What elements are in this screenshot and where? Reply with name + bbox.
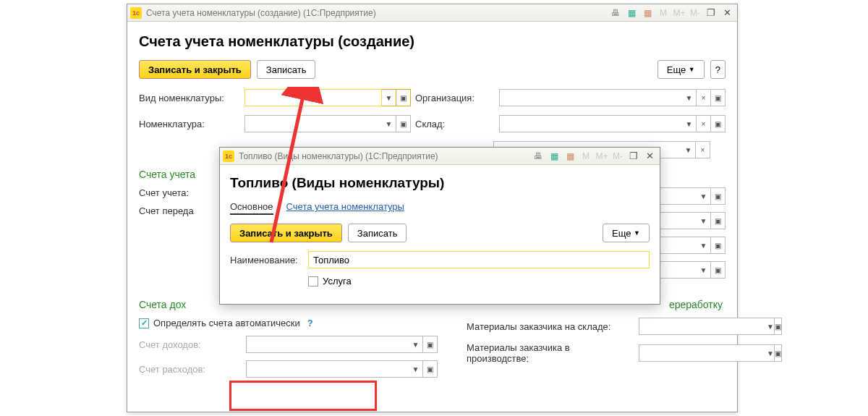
- dropdown-icon[interactable]: ▼: [697, 187, 711, 205]
- popup-save-close-button[interactable]: Записать и закрыть: [230, 224, 342, 242]
- popup-titlebar: 1c Топливо (Виды номенклатуры) (1С:Предп…: [220, 148, 660, 165]
- mminus-icon[interactable]: M-: [688, 7, 702, 20]
- page-title: Счета учета номенклатуры (создание): [139, 33, 726, 50]
- help-icon[interactable]: ?: [307, 318, 313, 328]
- income-acct-input[interactable]: ▼▣: [246, 336, 438, 353]
- main-titlebar: 1c Счета учета номенклатуры (создание) (…: [127, 4, 737, 22]
- popup-window: 1c Топливо (Виды номенклатуры) (1С:Предп…: [219, 147, 660, 305]
- clear-icon[interactable]: ×: [696, 141, 710, 158]
- print-icon[interactable]: 🖶: [531, 150, 545, 163]
- dropdown-icon[interactable]: ▼: [767, 344, 775, 362]
- open-icon[interactable]: ▣: [711, 89, 726, 106]
- m-icon[interactable]: M: [656, 7, 671, 20]
- tab-accounts[interactable]: Счета учета номенклатуры: [286, 201, 404, 215]
- warehouse-input[interactable]: ▼ × ▣: [499, 115, 726, 132]
- main-toolbar: Записать и закрыть Записать Еще ▼ ?: [139, 60, 726, 79]
- main-window-title: Счета учета номенклатуры (создание) (1С:…: [146, 8, 608, 18]
- dropdown-icon[interactable]: ▼: [409, 360, 423, 378]
- popup-window-title: Топливо (Виды номенклатуры) (1С:Предприя…: [239, 151, 531, 161]
- print-icon[interactable]: 🖶: [608, 7, 623, 20]
- help-button[interactable]: ?: [710, 60, 726, 79]
- mplus-icon[interactable]: M+: [595, 150, 609, 163]
- open-icon[interactable]: ▣: [711, 212, 726, 229]
- open-icon[interactable]: ▣: [711, 261, 726, 279]
- logo-1c-icon: 1c: [130, 7, 142, 19]
- mplus-icon[interactable]: M+: [672, 7, 686, 20]
- dropdown-icon[interactable]: ▼: [382, 115, 396, 132]
- close-icon[interactable]: ✕: [720, 7, 734, 20]
- chevron-down-icon: ▼: [634, 229, 640, 237]
- popup-page-title: Топливо (Виды номенклатуры): [230, 175, 650, 191]
- logo-1c-icon: 1c: [223, 150, 234, 162]
- save-button[interactable]: Записать: [257, 60, 316, 79]
- restore-icon[interactable]: ❐: [704, 7, 718, 20]
- popup-more-label: Еще: [612, 228, 631, 239]
- dropdown-icon[interactable]: ▼: [682, 89, 697, 106]
- chevron-down-icon: ▼: [689, 66, 695, 73]
- dropdown-icon[interactable]: ▼: [697, 237, 711, 254]
- open-icon[interactable]: ▣: [423, 360, 438, 378]
- expense-acct-label: Счет расходов:: [139, 364, 240, 375]
- mminus-icon[interactable]: M-: [610, 150, 625, 163]
- dropdown-icon[interactable]: ▼: [409, 336, 423, 353]
- calc-icon[interactable]: ▦: [547, 150, 561, 163]
- clear-icon[interactable]: ×: [697, 115, 711, 132]
- name-field[interactable]: [308, 251, 650, 268]
- dropdown-icon[interactable]: ▼: [697, 261, 711, 279]
- auto-accounts-row[interactable]: ✓ Определять счета автоматически ?: [139, 318, 438, 328]
- org-field[interactable]: [499, 89, 682, 106]
- auto-accounts-label: Определять счета автоматически: [153, 318, 300, 328]
- nom-field[interactable]: [244, 115, 382, 132]
- m-icon[interactable]: M: [579, 150, 593, 163]
- customer-stock-label: Материалы заказчика на складе:: [467, 321, 633, 332]
- restore-icon[interactable]: ❐: [626, 150, 641, 163]
- more-button[interactable]: Еще ▼: [658, 60, 705, 79]
- open-icon[interactable]: ▣: [775, 344, 782, 362]
- income-acct-label: Счет доходов:: [139, 339, 240, 350]
- dropdown-icon[interactable]: ▼: [767, 318, 775, 335]
- checkbox-checked-icon[interactable]: ✓: [139, 318, 149, 328]
- nom-label: Номенклатура:: [139, 119, 240, 130]
- dropdown-icon[interactable]: ▼: [382, 89, 396, 106]
- warehouse-label: Склад:: [415, 119, 495, 130]
- name-label: Наименование:: [230, 255, 304, 266]
- expense-acct-input[interactable]: ▼▣: [246, 360, 438, 378]
- open-icon[interactable]: ▣: [423, 336, 438, 353]
- popup-save-button[interactable]: Записать: [348, 224, 407, 242]
- customer-prod-label: Материалы заказчика в производстве:: [467, 342, 633, 364]
- open-icon[interactable]: ▣: [711, 237, 726, 254]
- customer-prod-input[interactable]: ▼▣: [639, 344, 726, 362]
- open-icon[interactable]: ▣: [775, 318, 782, 335]
- service-label: Услуга: [323, 276, 352, 286]
- popup-toolbar: Записать и закрыть Записать Еще ▼: [230, 224, 650, 242]
- popup-tabbar: Основное Счета учета номенклатуры: [230, 201, 650, 215]
- customer-stock-input[interactable]: ▼▣: [639, 318, 726, 335]
- kind-field[interactable]: [244, 89, 382, 106]
- kind-input[interactable]: ▼ ▣: [244, 89, 411, 106]
- save-close-button[interactable]: Записать и закрыть: [139, 60, 251, 79]
- calendar-icon[interactable]: ▦: [563, 150, 577, 163]
- org-label: Организация:: [415, 93, 495, 103]
- dropdown-icon[interactable]: ▼: [681, 141, 696, 158]
- nom-input[interactable]: ▼ ▣: [244, 115, 411, 132]
- dropdown-icon[interactable]: ▼: [697, 212, 711, 229]
- calc-icon[interactable]: ▦: [624, 7, 639, 20]
- org-input[interactable]: ▼ × ▣: [499, 89, 726, 106]
- clear-icon[interactable]: ×: [697, 89, 711, 106]
- more-label: Еще: [667, 64, 686, 75]
- dropdown-icon[interactable]: ▼: [682, 115, 697, 132]
- tab-main[interactable]: Основное: [230, 201, 273, 215]
- open-icon[interactable]: ▣: [396, 115, 411, 132]
- kind-label: Вид номенклатуры:: [139, 93, 240, 103]
- open-icon[interactable]: ▣: [711, 187, 726, 205]
- open-icon[interactable]: ▣: [711, 115, 726, 132]
- warehouse-field[interactable]: [499, 115, 682, 132]
- popup-more-button[interactable]: Еще ▼: [603, 224, 650, 242]
- open-icon[interactable]: ▣: [396, 89, 411, 106]
- close-icon[interactable]: ✕: [642, 150, 657, 163]
- calendar-icon[interactable]: ▦: [640, 7, 655, 20]
- service-checkbox[interactable]: [308, 276, 318, 286]
